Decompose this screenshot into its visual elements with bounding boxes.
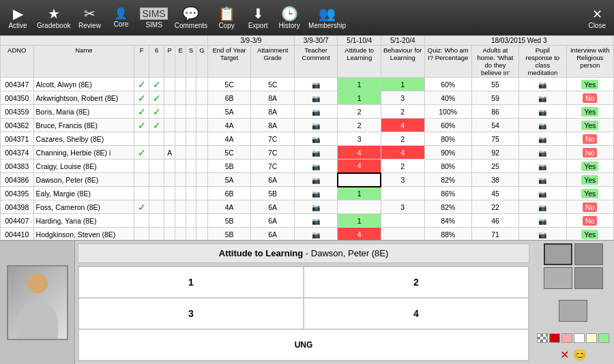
- cell-att[interactable]: 8A: [251, 91, 295, 105]
- membership-button[interactable]: 👥 Membership: [306, 1, 349, 34]
- core-button[interactable]: 👤 Core: [106, 1, 136, 34]
- cell-att[interactable]: 8A: [251, 105, 295, 119]
- cell-quiz[interactable]: 40%: [424, 91, 471, 105]
- cell-name[interactable]: Hodgkinson, Steven (8E): [33, 228, 134, 241]
- cell-pupil[interactable]: 📷: [519, 200, 566, 214]
- cell-quiz[interactable]: 80%: [424, 132, 471, 146]
- cell-atl[interactable]: 1: [338, 78, 381, 91]
- cell-name[interactable]: Arkwrightson, Robert (8E): [33, 91, 134, 105]
- cell-att[interactable]: 6A: [251, 200, 295, 214]
- cell-pupil[interactable]: 📷: [519, 132, 566, 146]
- cell-tc[interactable]: 📷: [294, 200, 338, 214]
- cell-atl[interactable]: 2: [338, 119, 381, 132]
- cell-atl[interactable]: 2: [338, 105, 381, 119]
- cell-quiz[interactable]: 86%: [424, 187, 471, 200]
- cell-adults[interactable]: 46: [471, 214, 518, 228]
- grade-1-button[interactable]: 1: [78, 267, 304, 298]
- color-pink[interactable]: [561, 333, 572, 343]
- cell-eoy[interactable]: 5B: [207, 214, 251, 228]
- cell-eoy[interactable]: 5C: [207, 146, 251, 160]
- cell-att[interactable]: 5C: [251, 78, 295, 91]
- cell-att[interactable]: 6A: [251, 228, 295, 241]
- cell-att[interactable]: 6A: [251, 214, 295, 228]
- cell-name[interactable]: Boris, Maria (8E): [33, 105, 134, 119]
- cell-adults[interactable]: 38: [471, 173, 518, 187]
- cell-quiz[interactable]: 90%: [424, 146, 471, 160]
- thumbnail-3[interactable]: [544, 267, 572, 289]
- cell-atl[interactable]: [338, 200, 381, 214]
- cell-pupil[interactable]: 📷: [519, 173, 566, 187]
- cell-atl[interactable]: 4: [338, 146, 381, 160]
- cell-pupil[interactable]: 📷: [519, 78, 566, 91]
- cell-name[interactable]: Channing, Herbie (8E) i: [33, 146, 134, 160]
- cell-att[interactable]: 7C: [251, 160, 295, 173]
- cell-atl[interactable]: 4: [338, 160, 381, 173]
- grade-table-area[interactable]: 3/9-3/9 3/9-30/7 5/1-10/4 5/1-20/4 18/03…: [0, 35, 614, 240]
- grade-3-button[interactable]: 3: [78, 298, 304, 329]
- cell-bfl[interactable]: 1: [381, 78, 424, 91]
- cell-eoy[interactable]: 6B: [207, 91, 251, 105]
- gradebook-button[interactable]: ★ Gradebook: [34, 1, 73, 34]
- sims-button[interactable]: SIMS SIMS: [137, 1, 170, 34]
- cell-adults[interactable]: 55: [471, 78, 518, 91]
- cell-tc[interactable]: 📷: [294, 187, 338, 200]
- cell-quiz[interactable]: 82%: [424, 200, 471, 214]
- grade-4-button[interactable]: 4: [304, 298, 529, 329]
- cell-atl[interactable]: 1: [338, 214, 381, 228]
- cell-tc[interactable]: 📷: [294, 146, 338, 160]
- cell-adults[interactable]: 59: [471, 91, 518, 105]
- cell-bfl[interactable]: 3: [381, 200, 424, 214]
- cell-tc[interactable]: 📷: [294, 173, 338, 187]
- cell-bfl[interactable]: [381, 214, 424, 228]
- color-light-yellow[interactable]: [586, 333, 597, 343]
- cell-atl[interactable]: 4: [338, 228, 381, 241]
- cell-name[interactable]: Foss, Cameron (8E): [33, 200, 134, 214]
- cell-adults[interactable]: 45: [471, 187, 518, 200]
- cell-tc[interactable]: 📷: [294, 160, 338, 173]
- cell-eoy[interactable]: 4A: [207, 119, 251, 132]
- grade-ung-button[interactable]: UNG: [78, 329, 529, 361]
- cell-att[interactable]: 5B: [251, 187, 295, 200]
- comments-button[interactable]: 💬 Comments: [172, 1, 210, 34]
- cell-quiz[interactable]: 88%: [424, 228, 471, 241]
- cell-eoy[interactable]: 5A: [207, 105, 251, 119]
- cell-bfl[interactable]: 2: [381, 105, 424, 119]
- cell-bfl[interactable]: 2: [381, 132, 424, 146]
- cell-adults[interactable]: 54: [471, 119, 518, 132]
- cell-att[interactable]: 6A: [251, 173, 295, 187]
- cell-pupil[interactable]: 📷: [519, 119, 566, 132]
- cell-tc[interactable]: 📷: [294, 214, 338, 228]
- cell-bfl[interactable]: 2: [381, 160, 424, 173]
- cell-interview[interactable]: Yes: [566, 228, 614, 241]
- cell-pupil[interactable]: 📷: [519, 160, 566, 173]
- cell-name[interactable]: Craigy, Louise (8E): [33, 160, 134, 173]
- cell-att[interactable]: 7C: [251, 132, 295, 146]
- cell-bfl[interactable]: 3: [381, 173, 424, 187]
- thumbnail-4[interactable]: [574, 267, 603, 289]
- cell-quiz[interactable]: 82%: [424, 173, 471, 187]
- cell-eoy[interactable]: 4A: [207, 200, 251, 214]
- cell-adults[interactable]: 25: [471, 160, 518, 173]
- cell-pupil[interactable]: 📷: [519, 187, 566, 200]
- cell-atl[interactable]: 1: [338, 187, 381, 200]
- cell-eoy[interactable]: 4A: [207, 132, 251, 146]
- color-red[interactable]: [549, 333, 560, 343]
- cell-pupil[interactable]: 📷: [519, 214, 566, 228]
- cell-adults[interactable]: 92: [471, 146, 518, 160]
- color-white[interactable]: [574, 333, 585, 343]
- cell-interview[interactable]: Yes: [566, 173, 614, 187]
- cell-bfl[interactable]: 4: [381, 146, 424, 160]
- cell-name[interactable]: Harding, Yana (8E): [33, 214, 134, 228]
- cell-tc[interactable]: 📷: [294, 105, 338, 119]
- cell-atl[interactable]: [338, 173, 381, 187]
- cell-name[interactable]: Ealy, Margie (8E): [33, 187, 134, 200]
- cell-eoy[interactable]: 5A: [207, 173, 251, 187]
- cell-bfl[interactable]: 4: [381, 119, 424, 132]
- color-green[interactable]: [598, 333, 609, 343]
- cell-name[interactable]: Cazares, Shelby (8E): [33, 132, 134, 146]
- cell-tc[interactable]: 📷: [294, 78, 338, 91]
- cell-interview[interactable]: Yes: [566, 187, 614, 200]
- cell-interview[interactable]: No: [566, 214, 614, 228]
- cell-tc[interactable]: 📷: [294, 228, 338, 241]
- cell-quiz[interactable]: 80%: [424, 160, 471, 173]
